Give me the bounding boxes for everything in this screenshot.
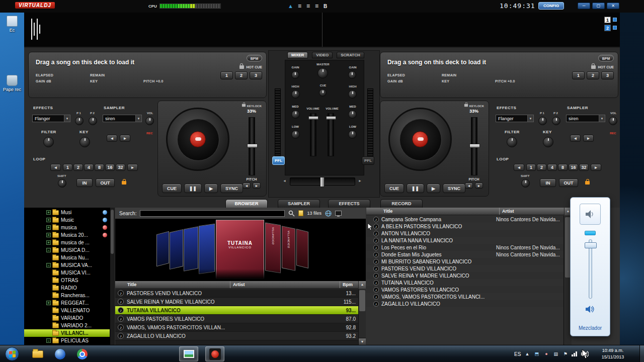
column-title[interactable]: Title [127, 282, 136, 287]
view-bars-icon[interactable]: ≡ [298, 3, 302, 10]
folder-item[interactable]: +REGGEAT... [24, 299, 114, 307]
column-artist[interactable]: Artist [502, 209, 514, 214]
key-knob[interactable] [79, 137, 90, 147]
hot-cue-3-button[interactable]: 3 [250, 71, 262, 79]
folder-item[interactable]: +Music [24, 216, 114, 224]
loop-out-button[interactable]: OUT [96, 178, 115, 187]
tab-video[interactable]: VIDEO [312, 52, 333, 58]
key-knob[interactable] [543, 137, 553, 147]
cue-knob[interactable] [319, 89, 327, 97]
folder-item[interactable]: VALLENATO [24, 307, 114, 314]
key-minus-button[interactable]: ◄ [570, 135, 581, 142]
hot-cue-1-button[interactable]: 1 [220, 71, 233, 79]
column-separator[interactable] [499, 208, 500, 215]
file-icon[interactable] [298, 210, 303, 216]
netsearch-globe-icon[interactable] [325, 210, 332, 217]
pfl-right-button[interactable]: PFL [362, 156, 374, 165]
fader-handle[interactable] [308, 116, 318, 120]
cue-button[interactable]: CUE [162, 184, 182, 193]
folder-item[interactable]: OTRAS [24, 277, 114, 284]
effect-select[interactable]: Flanger ▼ [32, 115, 70, 122]
tree-expander[interactable]: - [46, 248, 51, 252]
loop-8-button[interactable]: 8 [95, 164, 104, 171]
tray-document-icon[interactable]: ▤ [552, 351, 559, 356]
config-button[interactable]: CONFIG [538, 2, 564, 10]
loop-16-button[interactable]: 16 [105, 164, 115, 171]
column-artist[interactable]: Artist [233, 282, 245, 287]
loop-shift-knob[interactable] [521, 179, 530, 188]
action-center-flag-icon[interactable]: ⚑ [562, 351, 569, 356]
jog-wheel[interactable] [166, 108, 229, 171]
volume-fader-right[interactable] [328, 113, 334, 156]
sampler-volume-knob[interactable] [609, 117, 617, 125]
track-row[interactable]: ♪ZAGALILLO VILLANCICO [366, 300, 564, 307]
effect-param2-knob[interactable] [89, 117, 97, 125]
album-cover[interactable]: VILLANCICO [282, 226, 295, 271]
loop-4-button[interactable]: 4 [547, 164, 557, 171]
crossfader-handle[interactable] [320, 177, 325, 187]
loop-in-button[interactable]: IN [540, 178, 556, 187]
taskbar-virtualdj-button[interactable] [205, 346, 224, 361]
tree-expander[interactable]: + [46, 301, 51, 305]
play-button[interactable]: ▶ [204, 184, 218, 193]
effect-param1-knob[interactable] [538, 117, 547, 125]
dropdown-arrow-icon[interactable]: ▼ [135, 115, 141, 122]
loop-1-button[interactable]: 1 [526, 164, 536, 171]
album-cover[interactable]: VILLANCICO [265, 223, 281, 274]
jog-wheel[interactable] [388, 108, 452, 171]
album-cover[interactable] [156, 231, 169, 267]
sampler-select[interactable]: siren ▼ [566, 115, 605, 122]
loop-double-button[interactable]: ► [591, 164, 601, 171]
effect-select[interactable]: Flanger ▼ [496, 115, 534, 122]
scroll-up-button[interactable]: ▲ [358, 281, 366, 289]
crossfader-right-icon[interactable]: ► [358, 179, 362, 183]
search-icon[interactable] [288, 210, 295, 217]
sampler-rec-button[interactable]: REC [610, 132, 616, 135]
loop-32-button[interactable]: 32 [116, 164, 125, 171]
eq-med-knob-right[interactable] [348, 110, 357, 119]
master-knob[interactable] [317, 68, 328, 78]
pitch-bend-plus-button[interactable]: ► [253, 183, 261, 189]
eq-med-knob-left[interactable] [291, 110, 300, 119]
track-row[interactable]: ♪PASTORES VENID VILLANCICO [366, 265, 564, 272]
taskbar-chrome-button[interactable] [72, 346, 92, 361]
mute-button[interactable] [583, 304, 598, 315]
loop-1-button[interactable]: 1 [63, 164, 72, 171]
key-plus-button[interactable]: ► [583, 135, 594, 142]
track-row[interactable]: ♪ZAGALILLO VILLANCICO93.2 [115, 332, 358, 340]
folder-item[interactable]: VILLANCI... [24, 329, 114, 337]
album-cover-center[interactable]: TUTAINA VILLANCICO [216, 220, 264, 279]
play-button[interactable]: ▶ [427, 184, 440, 193]
track-row[interactable]: ♪VAMOS PASTORES VILLANCICO [366, 286, 564, 293]
tree-expander[interactable]: + [46, 240, 51, 245]
sampler-rec-button[interactable]: REC [146, 132, 153, 135]
track-row[interactable]: ♪VAMOS PASTORES VILLANCICO87.0 [115, 315, 358, 323]
eq-high-knob-left[interactable] [291, 90, 300, 99]
folder-item[interactable]: VARIADO [24, 314, 114, 322]
view-bars-icon[interactable]: ≡ [306, 3, 310, 10]
taskbar-mediaplayer-button[interactable] [50, 346, 69, 361]
coverflow-view[interactable]: VILLANCICO VILLANCICO TUTAINA VILLANCICO [115, 219, 366, 281]
track-row[interactable]: ♪LA NANITA NANA VILLANCICO [366, 237, 564, 244]
track-row[interactable]: ♪PASTORES VENID VILLANCICO13... [115, 289, 358, 298]
track-row[interactable]: ♪Campana Sobre CampanaNinos Cantores De … [366, 216, 564, 223]
tree-expander[interactable]: - [46, 338, 51, 343]
track-row[interactable]: ♪Los Peces en el RioNinos Cantores De Na… [366, 244, 564, 251]
folder-item[interactable]: RADIO [24, 284, 114, 292]
tab-browser[interactable]: BROWSER [225, 199, 268, 208]
volume-device-button[interactable] [580, 204, 601, 225]
pause-button[interactable]: ❚❚ [184, 184, 202, 193]
scroll-down-button[interactable]: ▼ [359, 338, 366, 345]
column-title[interactable]: Title [383, 209, 392, 214]
column-bpm[interactable]: Bpm [343, 282, 353, 287]
view-b-label[interactable]: B [324, 4, 327, 9]
loop-2-button[interactable]: 2 [537, 164, 546, 171]
folder-item[interactable]: +musica de ... [24, 239, 114, 246]
column-separator[interactable] [230, 281, 230, 288]
tab-mixer[interactable]: MIXER [287, 52, 308, 58]
loop-32-button[interactable]: 32 [579, 164, 589, 171]
loop-double-button[interactable]: ► [127, 164, 138, 171]
folder-item[interactable]: -MUSICA VA... [24, 261, 114, 269]
sync-button[interactable]: SYNC [443, 184, 465, 193]
pitch-slider[interactable] [249, 117, 255, 175]
